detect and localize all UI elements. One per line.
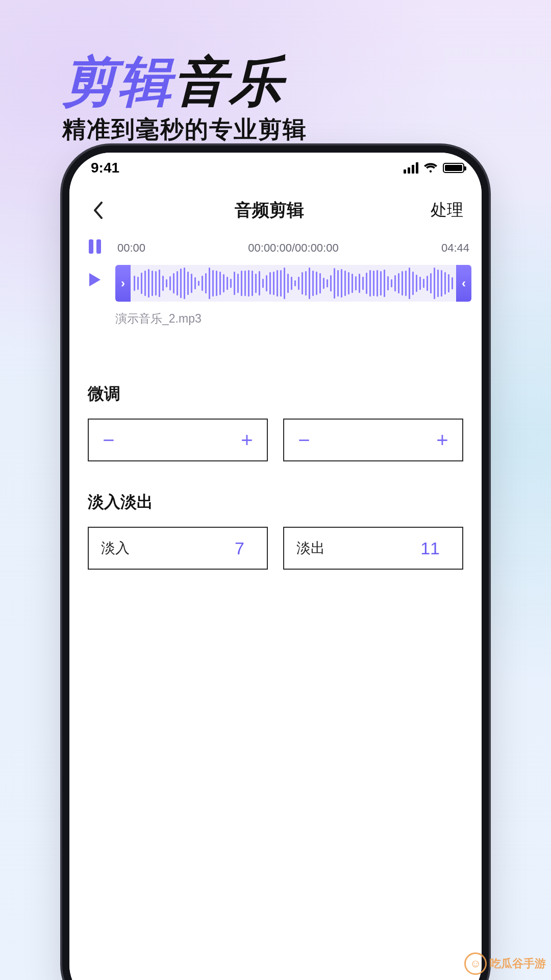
promo-title: 剪辑音乐 (62, 54, 307, 110)
play-button[interactable] (88, 272, 102, 287)
phone-frame: 9:41 音频剪辑 处理 (62, 145, 489, 980)
chevron-left-icon (93, 202, 103, 219)
fade-out-field[interactable]: 淡出 11 (283, 527, 463, 570)
fade-title: 淡入淡出 (88, 491, 463, 513)
filename-label: 演示音乐_2.mp3 (115, 311, 471, 327)
player-controls (88, 239, 102, 287)
watermark-icon: ☺ (464, 952, 487, 975)
minus-button[interactable]: − (296, 429, 312, 452)
time-center: 00:00:00/00:00:00 (248, 241, 338, 255)
watermark-text: 吃瓜谷手游 (490, 956, 546, 971)
pause-button[interactable] (89, 239, 101, 254)
waveform-track[interactable]: › ‹ (115, 265, 471, 302)
micro-section: 微调 − + − + 淡入淡出 淡入 7 淡出 (69, 383, 482, 570)
status-bar: 9:41 (69, 153, 482, 183)
battery-icon (443, 163, 464, 173)
status-right (404, 162, 464, 174)
process-button[interactable]: 处理 (431, 199, 463, 222)
play-icon (88, 272, 102, 287)
fade-in-field[interactable]: 淡入 7 (88, 527, 268, 570)
fade-in-value: 7 (235, 538, 255, 558)
fade-in-label: 淡入 (101, 538, 130, 558)
promo-subtitle: 精准到毫秒的专业剪辑 (62, 114, 307, 145)
watermark-badge: ☺ 吃瓜谷手游 (464, 952, 546, 975)
plus-button[interactable]: + (435, 429, 450, 452)
micro-stepper-left: − + (88, 419, 268, 461)
phone-screen: 9:41 音频剪辑 处理 (69, 153, 482, 980)
page-title: 音频剪辑 (235, 199, 304, 222)
signal-icon (404, 162, 418, 174)
micro-stepper-right: − + (283, 419, 463, 461)
player-area: 00:00 00:00:00/00:00:00 04:44 › ‹ 演示音乐_2… (69, 227, 482, 327)
promo-title-dark: 音乐 (173, 52, 285, 111)
promo-title-accent: 剪辑 (62, 52, 173, 111)
trim-end-handle[interactable]: ‹ (456, 265, 471, 302)
promo-header: 剪辑音乐 精准到毫秒的专业剪辑 (62, 54, 307, 145)
micro-title: 微调 (88, 383, 463, 405)
minus-button[interactable]: − (101, 429, 116, 452)
status-time: 9:41 (91, 160, 119, 176)
plus-button[interactable]: + (239, 429, 255, 452)
nav-bar: 音频剪辑 处理 (69, 183, 482, 227)
wifi-icon (423, 162, 438, 174)
pause-icon (89, 239, 93, 254)
time-end: 04:44 (441, 241, 469, 255)
trim-start-handle[interactable]: › (115, 265, 131, 302)
fade-out-value: 11 (420, 538, 450, 558)
waveform-body[interactable] (131, 265, 456, 302)
fade-out-label: 淡出 (296, 538, 325, 558)
time-start: 00:00 (117, 241, 145, 255)
back-button[interactable] (88, 200, 108, 220)
time-labels: 00:00 00:00:00/00:00:00 04:44 (115, 241, 471, 255)
